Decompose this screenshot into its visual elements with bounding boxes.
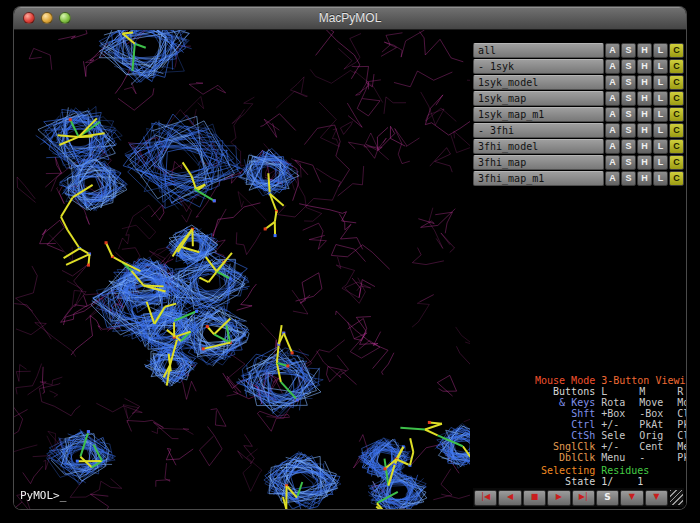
scene-button[interactable]: S <box>596 490 619 506</box>
mouse-help-row-label: SnglClk <box>533 441 595 452</box>
hide-menu-button[interactable]: H <box>637 123 652 138</box>
object-name-button[interactable]: 1syk_map_m1 <box>473 107 604 122</box>
show-menu-button[interactable]: S <box>621 139 636 154</box>
color-menu-button[interactable]: C <box>669 171 684 186</box>
color-menu-button[interactable]: C <box>669 91 684 106</box>
object-row: all A S H L C <box>473 43 684 58</box>
hide-menu-button[interactable]: H <box>637 75 652 90</box>
action-menu-button[interactable]: A <box>605 123 620 138</box>
hide-menu-button[interactable]: H <box>637 155 652 170</box>
object-row: - 1syk A S H L C <box>473 59 684 74</box>
molecular-viewport[interactable]: PyMOL>_ <box>14 30 470 509</box>
state-value: 1/ 1 <box>595 476 643 487</box>
hide-menu-button[interactable]: H <box>637 59 652 74</box>
label-menu-button[interactable]: L <box>653 91 668 106</box>
label-menu-button[interactable]: L <box>653 155 668 170</box>
movie-rewind-button[interactable]: |◀ <box>474 490 497 506</box>
object-list: all A S H L C - 1syk A S H L C 1syk_mode… <box>473 43 684 187</box>
next-scene-button[interactable]: ▼ <box>645 490 668 506</box>
color-menu-button[interactable]: C <box>669 43 684 58</box>
show-menu-button[interactable]: S <box>621 75 636 90</box>
movie-step-back-button[interactable]: ◀ <box>498 490 521 506</box>
object-name-button[interactable]: 3fhi_map <box>473 155 604 170</box>
mouse-help-cell: L <box>595 386 633 397</box>
hide-menu-button[interactable]: H <box>637 139 652 154</box>
movie-fast-forward-button[interactable]: ▶| <box>572 490 595 506</box>
label-menu-button[interactable]: L <box>653 59 668 74</box>
color-menu-button[interactable]: C <box>669 107 684 122</box>
label-menu-button[interactable]: L <box>653 171 668 186</box>
object-name-button[interactable]: 1syk_model <box>473 75 604 90</box>
action-menu-button[interactable]: A <box>605 155 620 170</box>
show-menu-button[interactable]: S <box>621 155 636 170</box>
mouse-help-cell: - <box>633 452 671 463</box>
mouse-help-row-label: Buttons <box>533 386 595 397</box>
window-title: MacPyMOL <box>319 11 382 25</box>
color-menu-button[interactable]: C <box>669 59 684 74</box>
mouse-help-row-label: & Keys <box>533 397 595 408</box>
mouse-help-row-label: CtSh <box>533 430 595 441</box>
movie-play-button[interactable]: ▶ <box>547 490 570 506</box>
show-menu-button[interactable]: S <box>621 123 636 138</box>
action-menu-button[interactable]: A <box>605 171 620 186</box>
label-menu-button[interactable]: L <box>653 123 668 138</box>
mouse-help-cell: Cent <box>633 441 671 452</box>
action-menu-button[interactable]: A <box>605 91 620 106</box>
show-menu-button[interactable]: S <box>621 91 636 106</box>
object-row: 3fhi_map A S H L C <box>473 155 684 170</box>
action-menu-button[interactable]: A <box>605 75 620 90</box>
show-menu-button[interactable]: S <box>621 59 636 74</box>
mouse-help-cell: +Box <box>595 408 633 419</box>
color-menu-button[interactable]: C <box>669 155 684 170</box>
mouse-mode-value: 3-Button Viewing <box>595 375 686 386</box>
selecting-value[interactable]: Residues <box>595 465 649 476</box>
object-name-button[interactable]: 3fhi_map_m1 <box>473 171 604 186</box>
mouse-help-cell: Pk1 <box>671 419 686 430</box>
mouse-help-cell: +/- <box>595 419 633 430</box>
mouse-help-cell: Orig <box>633 430 671 441</box>
movie-stop-button[interactable]: ■ <box>523 490 546 506</box>
label-menu-button[interactable]: L <box>653 75 668 90</box>
minimize-button[interactable] <box>41 12 53 24</box>
color-menu-button[interactable]: C <box>669 139 684 154</box>
label-menu-button[interactable]: L <box>653 139 668 154</box>
color-menu-button[interactable]: C <box>669 123 684 138</box>
action-menu-button[interactable]: A <box>605 107 620 122</box>
mouse-help-cell: Menu <box>671 441 686 452</box>
close-button[interactable] <box>23 12 35 24</box>
object-name-button[interactable]: - 1syk <box>473 59 604 74</box>
mouse-help-cell: R <box>671 386 686 397</box>
action-menu-button[interactable]: A <box>605 43 620 58</box>
zoom-button[interactable] <box>59 12 71 24</box>
mouse-help-cell: Clip <box>671 408 686 419</box>
show-menu-button[interactable]: S <box>621 171 636 186</box>
color-menu-button[interactable]: C <box>669 75 684 90</box>
object-name-button[interactable]: 3fhi_model <box>473 139 604 154</box>
hide-menu-button[interactable]: H <box>637 171 652 186</box>
object-row: 1syk_map_m1 A S H L C <box>473 107 684 122</box>
label-menu-button[interactable]: L <box>653 107 668 122</box>
mouse-mode-line: Mouse Mode3-Button Viewing <box>473 364 684 375</box>
object-name-button[interactable]: - 3fhi <box>473 123 604 138</box>
title-bar[interactable]: MacPyMOL <box>14 7 686 30</box>
action-menu-button[interactable]: A <box>605 59 620 74</box>
mouse-help-cell: PkAt <box>671 452 686 463</box>
action-menu-button[interactable]: A <box>605 139 620 154</box>
prev-scene-button[interactable]: ▼ <box>620 490 643 506</box>
hide-menu-button[interactable]: H <box>637 91 652 106</box>
mouse-help-cell: -Box <box>633 408 671 419</box>
mouse-help-row-label: Shft <box>533 408 595 419</box>
label-menu-button[interactable]: L <box>653 43 668 58</box>
object-name-button[interactable]: all <box>473 43 604 58</box>
object-name-button[interactable]: 1syk_map <box>473 91 604 106</box>
show-menu-button[interactable]: S <box>621 107 636 122</box>
object-row: 1syk_model A S H L C <box>473 75 684 90</box>
object-row: - 3fhi A S H L C <box>473 123 684 138</box>
show-menu-button[interactable]: S <box>621 43 636 58</box>
resize-grip[interactable] <box>670 490 683 505</box>
hide-menu-button[interactable]: H <box>637 107 652 122</box>
viewport-canvas[interactable] <box>14 30 470 509</box>
command-input[interactable]: PyMOL>_ <box>20 489 66 502</box>
hide-menu-button[interactable]: H <box>637 43 652 58</box>
mouse-help-row-label: Ctrl <box>533 419 595 430</box>
